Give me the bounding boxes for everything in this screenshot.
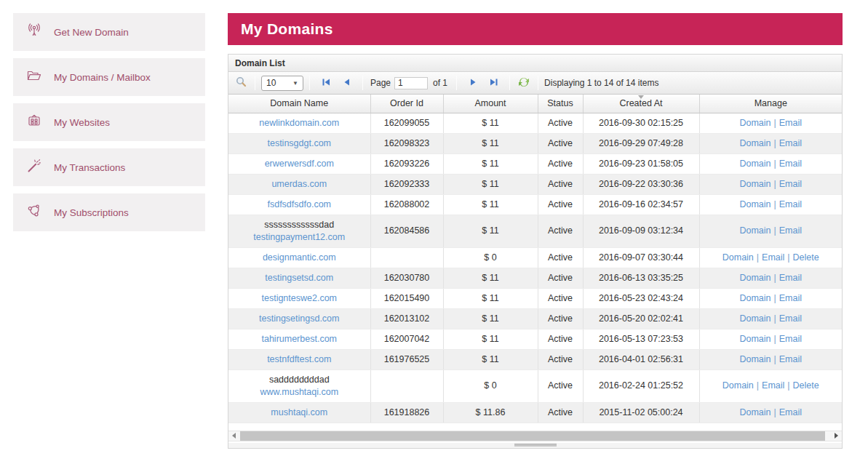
domain-link[interactable]: newlinkdomain.com: [259, 118, 339, 128]
domain-link[interactable]: testingsetsd.com: [265, 273, 333, 283]
manage-domain-link[interactable]: Domain: [739, 407, 771, 417]
manage-email-link[interactable]: Email: [779, 225, 802, 236]
order-id-cell: 162013102: [370, 308, 443, 329]
next-page-button[interactable]: [465, 75, 481, 91]
toolbar-separator: [509, 76, 510, 90]
manage-domain-link[interactable]: Domain: [722, 252, 754, 263]
manage-link-separator: |: [754, 380, 762, 391]
column-header-domain-name[interactable]: Domain Name: [228, 95, 370, 113]
column-header-manage[interactable]: Manage: [699, 95, 842, 113]
manage-cell: Domain|Email: [699, 349, 842, 369]
manage-email-link[interactable]: Email: [779, 273, 802, 283]
domain-link[interactable]: mushtaqi.com: [271, 407, 327, 417]
manage-email-link[interactable]: Email: [779, 407, 802, 417]
domain-link[interactable]: www.mushtaqi.com: [260, 387, 338, 397]
manage-domain-link[interactable]: Domain: [739, 179, 771, 189]
manage-email-link[interactable]: Email: [762, 380, 784, 391]
scroll-right-arrow-icon[interactable]: [831, 431, 842, 441]
sidebar-item-my-subscriptions[interactable]: My Subscriptions: [13, 193, 205, 231]
domain-link[interactable]: designmantic.com: [263, 252, 336, 263]
manage-email-link[interactable]: Email: [779, 313, 802, 324]
manage-domain-link[interactable]: Domain: [739, 313, 771, 324]
sort-desc-icon: [638, 95, 644, 99]
domain-link[interactable]: testingsetingsd.com: [259, 313, 339, 324]
manage-domain-link[interactable]: Domain: [739, 225, 771, 236]
domain-link[interactable]: umerdas.com: [271, 179, 327, 189]
scrollbar-thumb[interactable]: [240, 431, 825, 441]
created-at-cell: 2016-09-09 03:12:34: [583, 215, 699, 247]
first-page-button[interactable]: [318, 75, 334, 91]
manage-cell: Domain|Email: [699, 268, 842, 288]
sidebar-item-my-transactions[interactable]: My Transactions: [13, 148, 205, 186]
column-header-created-at[interactable]: Created At: [583, 95, 699, 113]
manage-email-link[interactable]: Email: [779, 354, 802, 364]
manage-domain-link[interactable]: Domain: [739, 354, 771, 364]
created-at-cell: 2016-04-01 02:56:31: [583, 349, 699, 369]
manage-domain-link[interactable]: Domain: [739, 138, 771, 148]
manage-domain-link[interactable]: Domain: [739, 334, 771, 344]
scrollbar-track[interactable]: [239, 431, 831, 441]
refresh-button[interactable]: [516, 75, 532, 91]
order-id-cell: [370, 247, 443, 268]
manage-domain-link[interactable]: Domain: [739, 199, 771, 209]
amount-cell: $ 11: [443, 194, 538, 215]
created-at-cell: 2016-09-23 01:58:05: [583, 153, 699, 174]
manage-domain-link[interactable]: Domain: [739, 273, 771, 283]
search-button[interactable]: [233, 75, 249, 91]
scroll-left-arrow-icon[interactable]: [228, 431, 239, 441]
sidebar-item-my-domains-mailbox[interactable]: My Domains / Mailbox: [13, 58, 205, 96]
manage-email-link[interactable]: Email: [779, 179, 802, 189]
manage-link-separator: |: [771, 179, 779, 189]
page-size-select[interactable]: 10 ▼: [261, 76, 303, 91]
status-cell: Active: [538, 133, 583, 153]
manage-email-link[interactable]: Email: [779, 118, 802, 128]
resize-grip[interactable]: [514, 444, 557, 447]
last-page-button[interactable]: [485, 75, 501, 91]
manage-domain-link[interactable]: Domain: [739, 118, 771, 128]
toolbar-separator: [538, 76, 538, 90]
manage-email-link[interactable]: Email: [779, 159, 802, 169]
domain-link[interactable]: tahirumerbest.com: [261, 334, 337, 344]
table-row: tahirumerbest.com162007042$ 11Active2016…: [228, 329, 842, 349]
table-row: testinsgdgt.com162098323$ 11Active2016-0…: [228, 133, 842, 153]
horizontal-scrollbar[interactable]: [228, 431, 842, 441]
column-header-order-id[interactable]: Order Id: [370, 95, 443, 113]
created-at-cell: 2016-09-16 02:34:57: [583, 194, 699, 215]
manage-domain-link[interactable]: Domain: [722, 380, 754, 391]
created-at-cell: 2016-09-07 03:30:44: [583, 247, 699, 268]
domain-link[interactable]: erwerwersdf.com: [265, 159, 334, 169]
column-header-amount[interactable]: Amount: [443, 95, 538, 113]
previous-page-button[interactable]: [338, 75, 354, 91]
manage-email-link[interactable]: Email: [779, 334, 802, 344]
table-row: designmantic.com$ 0Active2016-09-07 03:3…: [228, 247, 842, 268]
domain-cell: testingsetsd.com: [228, 268, 370, 288]
order-id-cell: 162088002: [370, 194, 443, 215]
domain-link[interactable]: testinsgdgt.com: [267, 138, 331, 148]
manage-domain-link[interactable]: Domain: [739, 293, 771, 303]
amount-cell: $ 11: [443, 153, 538, 174]
manage-link-separator: |: [754, 252, 762, 263]
manage-domain-link[interactable]: Domain: [739, 159, 771, 169]
table-body: newlinkdomain.com162099055$ 11Active2016…: [228, 113, 842, 423]
sidebar-item-get-new-domain[interactable]: Get New Domain: [13, 13, 205, 51]
domain-link[interactable]: testnfdftest.com: [267, 354, 331, 364]
domain-cell: testinsgdgt.com: [228, 133, 370, 153]
domain-link[interactable]: fsdfsdfsdfo.com: [267, 199, 331, 209]
page-number-input[interactable]: [394, 77, 428, 89]
manage-email-link[interactable]: Email: [779, 293, 802, 303]
manage-email-link[interactable]: Email: [779, 138, 802, 148]
manage-cell: Domain|Email: [699, 113, 842, 133]
domain-link[interactable]: testignteswe2.com: [261, 293, 337, 303]
manage-delete-link[interactable]: Delete: [793, 380, 819, 391]
manage-cell: Domain|Email: [699, 288, 842, 308]
domain-link[interactable]: testingpayment12.com: [253, 232, 345, 242]
manage-email-link[interactable]: Email: [779, 199, 802, 209]
status-cell: Active: [538, 215, 583, 247]
column-header-status[interactable]: Status: [538, 95, 583, 113]
table-row: saddddddddadwww.mushtaqi.com$ 0Active201…: [228, 369, 842, 402]
created-at-cell: 2016-09-30 02:15:25: [583, 113, 699, 133]
manage-delete-link[interactable]: Delete: [793, 252, 819, 263]
amount-cell: $ 0: [443, 369, 538, 402]
sidebar-item-my-websites[interactable]: My Websites: [13, 103, 205, 141]
manage-email-link[interactable]: Email: [762, 252, 784, 263]
